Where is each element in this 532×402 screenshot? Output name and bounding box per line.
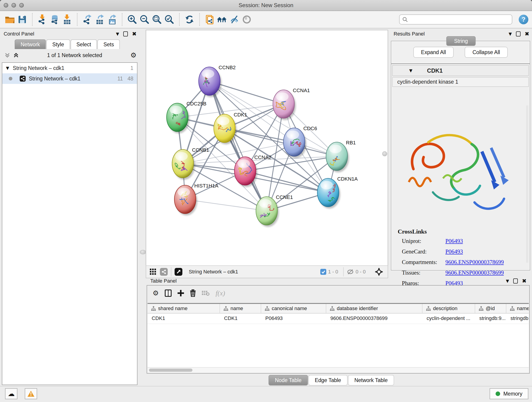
network-edge-CCNB2-CCNE1[interactable] (209, 81, 267, 211)
network-edge-CCNE1-HIST1H1A[interactable] (185, 199, 267, 211)
network-options-gear-icon[interactable]: ⚙ (130, 52, 137, 59)
table-toolbar: ⚙ f(x) (147, 286, 529, 300)
search-input[interactable] (408, 16, 509, 23)
tab-network-table[interactable]: Network Table (348, 375, 394, 385)
hide-element-icon[interactable] (228, 13, 241, 26)
network-node-CDC25B[interactable]: CDC25B (167, 101, 206, 133)
tab-string[interactable]: String (446, 36, 476, 46)
show-element-icon[interactable] (241, 13, 253, 26)
export-network-icon[interactable] (81, 13, 94, 26)
network-node-CCNA2[interactable]: CCNA2 (234, 154, 272, 187)
gene-section-header[interactable]: ▼ CDK1 (392, 65, 529, 76)
scrollbar-thumb[interactable] (149, 369, 192, 372)
import-table-icon[interactable] (61, 13, 73, 26)
close-panel-icon[interactable]: ✖ (522, 278, 526, 284)
network-node-CCNE1[interactable]: CCNE1 (256, 194, 293, 227)
string-view-icon[interactable] (160, 268, 168, 276)
cloud-icon: ☁ (8, 390, 15, 397)
delete-column-trash-icon[interactable] (190, 289, 196, 297)
network-node-CCNA1[interactable]: CCNA1 (273, 88, 310, 120)
hidden-eye-icon[interactable] (347, 269, 354, 275)
tab-sets[interactable]: Sets (97, 39, 120, 49)
refresh-layout-icon[interactable] (183, 13, 196, 26)
tab-style[interactable]: Style (46, 39, 70, 49)
collapse-all-button[interactable]: Collapse All (465, 47, 508, 58)
close-panel-icon[interactable]: ✖ (525, 31, 529, 37)
column-header-id[interactable]: @id (475, 304, 506, 313)
column-header-name[interactable]: name (220, 304, 261, 313)
table-row[interactable]: CDK1CDK1P064939606.ENSP00000378699cyclin… (147, 313, 529, 324)
share-document-icon[interactable] (203, 13, 216, 26)
protein-structure-image (400, 123, 519, 225)
network-node-CCNB2[interactable]: CCNB2 (199, 65, 236, 97)
column-header-canonicalname[interactable]: canonical name (261, 304, 326, 313)
add-column-icon[interactable] (177, 290, 184, 296)
network-node-RB1[interactable]: RB1 (326, 140, 356, 172)
network-node-HIST1H1A[interactable]: HIST1H1A (174, 183, 218, 216)
column-header-description[interactable]: description (423, 304, 475, 313)
toolbar-divider (199, 13, 200, 26)
selected-checkbox-icon[interactable] (320, 269, 326, 275)
tab-network[interactable]: Network (15, 39, 46, 49)
float-panel-icon[interactable] (513, 279, 518, 283)
panel-menu-icon[interactable]: ▼ (509, 32, 512, 36)
column-header-databaseidentifier[interactable]: database identifier (326, 304, 423, 313)
search-field[interactable] (399, 14, 512, 25)
fit-selection-crosshair-icon[interactable] (375, 268, 383, 276)
zoom-in-icon[interactable] (126, 13, 138, 26)
import-network-icon[interactable] (36, 13, 49, 26)
results-scrollbar[interactable] (526, 105, 528, 263)
table-settings-gear-icon[interactable]: ⚙ (152, 290, 159, 297)
delete-table-icon[interactable] (202, 290, 210, 296)
crosslink-row: GeneCard:P06493 (398, 249, 525, 255)
network-canvas[interactable]: CCNB2CCNA1CDC25BCDK1CDC6RB1CCNB1CCNA2CDK… (146, 30, 388, 266)
warnings-button[interactable] (25, 388, 37, 399)
network-collection-row[interactable]: ▼ String Network – cdk1 1 (2, 63, 137, 73)
export-image-icon[interactable] (106, 13, 118, 26)
crosslink-value-link[interactable]: P06493 (445, 238, 463, 244)
collection-expander-icon[interactable]: ▼ (6, 66, 9, 70)
tab-edge-table[interactable]: Edge Table (308, 375, 348, 385)
zoom-selected-icon[interactable] (163, 13, 176, 26)
birdseye-grid-icon[interactable] (150, 269, 156, 275)
right-splitter-handle[interactable] (382, 151, 387, 156)
show-columns-icon[interactable] (165, 289, 172, 297)
table-container: ⚙ f(x) shared namenamecanonical namedata… (147, 285, 530, 374)
help-icon[interactable]: ? (519, 15, 528, 24)
crosslink-value-link[interactable]: P06493 (445, 249, 463, 255)
panel-menu-icon[interactable]: ▼ (506, 279, 509, 283)
homes-icon[interactable] (216, 13, 228, 26)
float-panel-icon[interactable] (516, 32, 520, 36)
collapse-all-tree-icon[interactable] (5, 52, 10, 58)
expand-all-button[interactable]: Expand All (413, 47, 454, 58)
import-database-icon[interactable] (49, 13, 61, 26)
panel-menu-icon[interactable]: ▼ (116, 32, 119, 36)
zoom-out-icon[interactable] (138, 13, 151, 26)
gene-expander-icon[interactable]: ▼ (409, 69, 412, 73)
node-label-CDK1: CDK1 (234, 112, 247, 118)
left-splitter-handle[interactable] (140, 250, 146, 254)
expand-all-tree-icon[interactable] (13, 52, 19, 58)
open-in-new-window-icon[interactable] (175, 268, 182, 276)
open-session-icon[interactable] (4, 13, 16, 26)
node-label-CCNE1: CCNE1 (276, 194, 293, 200)
table-horizontal-scrollbar[interactable] (147, 367, 529, 373)
zoom-fit-icon[interactable] (151, 13, 163, 26)
memory-button[interactable]: Memory (490, 388, 528, 399)
network-node-CDKN1A[interactable]: CDKN1A (317, 176, 358, 209)
close-panel-icon[interactable]: ✖ (132, 31, 137, 37)
function-builder-icon[interactable]: f(x) (215, 289, 225, 297)
network-row[interactable]: String Network – cdk1 11 48 (2, 73, 137, 84)
cloud-status-button[interactable]: ☁ (5, 388, 17, 399)
tab-select[interactable]: Select (70, 39, 97, 49)
crosslink-value-link[interactable]: 9606.ENSP00000378699 (445, 269, 504, 276)
network-tree: ▼ String Network – cdk1 1 String Network… (2, 62, 138, 385)
column-header-namespace[interactable]: namespace (506, 304, 529, 313)
export-table-icon[interactable] (94, 13, 106, 26)
crosslink-value-link[interactable]: 9606.ENSP00000378699 (445, 259, 504, 265)
tab-node-table[interactable]: Node Table (268, 375, 308, 385)
save-session-icon[interactable] (16, 13, 28, 26)
float-panel-icon[interactable] (123, 32, 128, 36)
network-graph[interactable]: CCNB2CCNA1CDC25BCDK1CDC6RB1CCNB1CCNA2CDK… (146, 30, 388, 265)
column-header-sharedname[interactable]: shared name (147, 304, 220, 313)
